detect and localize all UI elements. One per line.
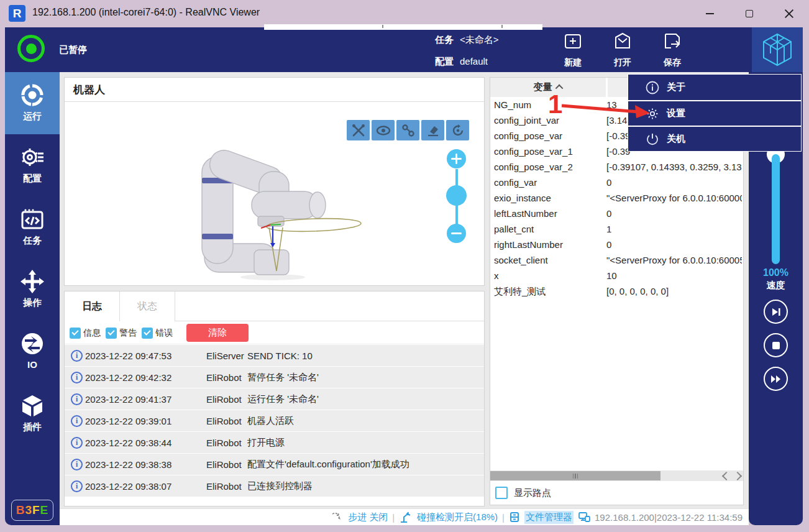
variable-name: config_pose_var <box>494 131 562 141</box>
zoom-in-button[interactable] <box>447 149 466 168</box>
eraser-icon <box>426 123 441 138</box>
collision-detect-status[interactable]: 碰撞检测开启(18%) <box>417 511 498 523</box>
robot-view-toolbar <box>347 120 469 140</box>
minimize-button[interactable] <box>690 0 729 27</box>
log-row[interactable]: 2023-12-22 09:39:01EliRobot机器人活跃 <box>65 410 484 431</box>
log-row[interactable]: 2023-12-22 09:38:38EliRobot配置文件'default.… <box>65 454 484 475</box>
variable-name: exio_instance <box>494 193 551 203</box>
variable-value: "<ServerProxy for 6.0.0.10:60005, <box>606 255 742 265</box>
filter-error-label: 错误 <box>155 328 173 339</box>
filter-warning-checkbox[interactable] <box>106 328 117 339</box>
clear-log-button[interactable]: 清除 <box>186 324 249 342</box>
log-filterbar: 信息 警告 错误 清除 <box>65 322 484 344</box>
sidebar-item-operate[interactable]: 操作 <box>5 259 60 321</box>
log-time: 2023-12-22 09:39:01 <box>85 416 171 426</box>
sidebar-item-task[interactable]: 任务 <box>5 196 60 259</box>
show-waypoints-checkbox[interactable] <box>495 487 508 499</box>
statusbar: 步进 关闭 | 碰撞检测开启(18%) | 文件管理器 192.168.1.20… <box>60 508 749 525</box>
zoom-out-button[interactable] <box>447 224 466 243</box>
collapse-caret-icon <box>555 85 563 93</box>
variable-row[interactable]: exio_instance"<ServerProxy for 6.0.0.10:… <box>490 191 743 206</box>
variable-row[interactable]: socket_client"<ServerProxy for 6.0.0.10:… <box>490 253 743 268</box>
variable-name: rightLastNumber <box>494 239 563 250</box>
top-actions: 新建 打开 保存 <box>552 31 693 68</box>
task-label: 任务 <box>435 34 454 45</box>
variable-row[interactable]: config_var0 <box>490 175 743 191</box>
eraser-button[interactable] <box>421 120 444 140</box>
step-mode-icon <box>331 511 344 523</box>
reset-view-button[interactable] <box>446 120 469 140</box>
sidebar-item-plugin[interactable]: 插件 <box>5 383 60 445</box>
tab-status[interactable]: 状态 <box>120 291 175 321</box>
robot-3d-viewport[interactable] <box>155 149 441 283</box>
log-source: EliRobot <box>206 394 242 405</box>
brand-menu-button[interactable] <box>752 27 803 72</box>
variable-row[interactable]: config_pose_var_2[-0.39107, 0.14393, 0.3… <box>490 160 743 175</box>
scroll-right-icon[interactable] <box>733 471 742 480</box>
variable-row[interactable]: leftLastNumber0 <box>490 206 743 222</box>
variable-value: [-0.39107, 0.14393, 0.3259, 3.1325 <box>606 162 742 172</box>
stop-button[interactable] <box>764 333 788 357</box>
log-row[interactable]: 2023-12-22 09:38:44EliRobot打开电源 <box>65 432 484 453</box>
play-next-icon <box>770 306 782 318</box>
log-source: EliRobot <box>206 372 242 383</box>
move-arrows-icon <box>5 268 60 295</box>
tab-log[interactable]: 日志 <box>65 291 120 321</box>
close-icon <box>784 9 794 19</box>
filter-error-checkbox[interactable] <box>142 328 153 339</box>
log-message: SEND TICK: 10 <box>247 351 313 361</box>
connection-info: 192.168.1.200|2023-12-22 11:34:59 <box>595 512 743 523</box>
sidebar-item-io[interactable]: IO <box>5 321 60 383</box>
save-task-button[interactable]: 保存 <box>651 31 693 68</box>
info-icon <box>71 350 83 362</box>
sidebar-item-run[interactable]: 运行 <box>5 72 60 134</box>
log-row[interactable]: 2023-12-22 09:42:32EliRobot暂停任务 '未命名' <box>65 367 484 388</box>
log-time: 2023-12-22 09:41:37 <box>85 394 171 405</box>
logo-letter: 3 <box>25 503 32 517</box>
file-manager-link[interactable]: 文件管理器 <box>524 511 574 524</box>
variable-row[interactable]: x10 <box>490 268 743 284</box>
open-task-label: 打开 <box>614 57 631 68</box>
speed-slider-track[interactable] <box>772 154 780 264</box>
network-monitor-icon <box>578 511 590 523</box>
log-tabs: 日志 状态 <box>65 291 484 321</box>
filter-info-checkbox[interactable] <box>70 328 81 339</box>
horizontal-scrollbar[interactable] <box>490 470 743 481</box>
sidebar-item-config[interactable]: 配置 <box>5 134 60 196</box>
status-dot-icon <box>26 44 37 54</box>
menu-item-about-label: 关于 <box>667 81 685 93</box>
step-mode-status[interactable]: 步进 关闭 <box>348 511 388 523</box>
tools-button[interactable] <box>347 120 370 140</box>
log-row[interactable]: 2023-12-22 09:41:37EliRobot运行任务 '未命名' <box>65 388 484 410</box>
menu-item-shutdown[interactable]: 关机 <box>628 126 801 151</box>
fast-forward-button[interactable] <box>764 367 788 391</box>
scroll-left-icon[interactable] <box>722 471 731 480</box>
menu-item-about[interactable]: 关于 <box>628 75 801 100</box>
step-play-button[interactable] <box>764 300 788 324</box>
variable-row[interactable]: 艾利特_测试[0, 0, 0, 0, 0, 0] <box>490 284 743 300</box>
gear-icon <box>646 107 659 121</box>
variable-row[interactable]: rightLastNumber0 <box>490 237 743 253</box>
visibility-button[interactable] <box>372 120 395 140</box>
scrollbar-thumb[interactable] <box>490 471 660 480</box>
variables-header-toggle[interactable]: 变量 <box>490 78 606 97</box>
variables-header-label: 变量 <box>534 81 552 93</box>
filter-warning-label: 警告 <box>119 328 137 339</box>
variable-row[interactable]: pallet_cnt1 <box>490 222 743 237</box>
menu-item-settings[interactable]: 设置 <box>628 100 801 126</box>
new-task-button[interactable]: 新建 <box>552 31 594 68</box>
maximize-button[interactable] <box>729 0 769 27</box>
log-row[interactable]: 2023-12-22 09:47:53EliServerSEND TICK: 1… <box>65 345 484 366</box>
info-icon <box>71 437 83 449</box>
open-task-button[interactable]: 打开 <box>601 31 644 68</box>
close-button[interactable] <box>769 0 809 27</box>
vnc-toolbar-strip[interactable] <box>264 24 542 30</box>
robot-status-indicator[interactable] <box>17 35 45 62</box>
divider <box>65 101 484 102</box>
save-icon <box>662 31 682 51</box>
zoom-slider-thumb[interactable] <box>446 185 467 206</box>
config-row: 配置default <box>435 56 488 68</box>
new-file-icon <box>563 31 583 51</box>
log-row[interactable]: 2023-12-22 09:38:07EliRobot已连接到控制器 <box>65 475 484 497</box>
path-nodes-button[interactable] <box>396 120 419 140</box>
